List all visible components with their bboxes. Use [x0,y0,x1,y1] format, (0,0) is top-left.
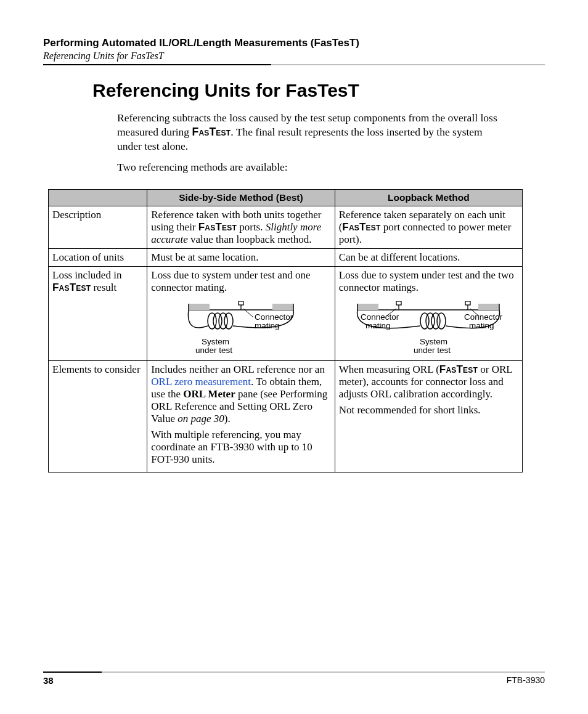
doc-id: FTB-3930 [507,675,545,686]
svg-text:Connector: Connector [464,312,503,322]
orl-zero-link[interactable]: ORL zero measurement [151,376,251,387]
diagram-side-by-side: Connector mating System under test [151,298,330,358]
row-label-loss: Loss included in FasTest result [49,267,147,361]
cell-loc-b: Can be at different locations. [335,249,522,267]
methods-table: Side-by-Side Method (Best) Loopback Meth… [48,189,523,473]
svg-point-27 [437,313,446,329]
page-footer: 38 FTB-3930 [43,671,545,686]
diagram-label: Connector [255,312,293,322]
svg-point-7 [208,313,216,329]
svg-rect-3 [272,304,293,310]
cell-elem-b: When measuring ORL (FasTest or ORL meter… [335,361,522,473]
cell-loss-a: Loss due to system under test and one co… [147,267,335,361]
col-header-side-by-side: Side-by-Side Method (Best) [147,190,335,206]
svg-point-8 [213,313,222,329]
cell-loss-b: Loss due to system under test and the tw… [335,267,522,361]
cell-loc-a: Must be at same location. [147,249,335,267]
fastest-term: FasTest [52,282,91,293]
svg-point-25 [426,313,435,329]
fastest-term: FasTest [439,363,478,375]
svg-text:System: System [420,337,447,346]
svg-rect-16 [357,304,378,310]
table-row: Location of units Must be at same locati… [49,249,523,267]
page: Performing Automated IL/ORL/Length Measu… [0,0,588,714]
page-number: 38 [43,675,54,686]
svg-point-26 [431,313,440,329]
svg-text:mating: mating [365,321,391,330]
svg-rect-1 [189,304,210,310]
row-label-location: Location of units [49,249,147,267]
chapter-heading: Performing Automated IL/ORL/Length Measu… [43,37,545,49]
intro-paragraph-1: Referencing subtracts the loss caused by… [117,111,508,153]
fastest-term: FasTest [192,126,231,138]
fastest-term: FasTest [198,221,237,233]
cell-elem-a: Includes neither an ORL reference nor an… [147,361,335,473]
chapter-subheading: Referencing Units for FasTesT [43,51,545,62]
svg-rect-18 [478,304,499,310]
svg-text:mating: mating [255,321,280,330]
table-row: Elements to consider Includes neither an… [49,361,523,473]
svg-text:mating: mating [469,321,494,330]
intro-paragraph-2: Two referencing methods are available: [117,160,508,174]
table-row: Description Reference taken with both un… [49,206,523,249]
svg-point-10 [224,313,233,329]
svg-text:under test: under test [195,346,232,355]
svg-point-9 [219,313,227,329]
row-label-elements: Elements to consider [49,361,147,473]
fastest-term: FasTest [342,221,380,233]
cell-desc-b: Reference taken separately on each unit … [335,206,522,249]
row-label-description: Description [49,206,147,249]
svg-text:System: System [202,337,229,346]
table-corner [49,190,147,206]
svg-rect-22 [465,301,470,305]
diagram-loopback: Connector mating Connector mating System… [339,298,518,358]
svg-rect-20 [396,301,401,305]
svg-point-24 [420,313,429,329]
table-row: Loss included in FasTest result Loss due… [49,267,523,361]
col-header-loopback: Loopback Method [335,190,522,206]
svg-text:under test: under test [414,346,451,355]
cell-desc-a: Reference taken with both units together… [147,206,335,249]
table-header-row: Side-by-Side Method (Best) Loopback Meth… [49,190,523,206]
svg-text:Connector: Connector [361,312,399,322]
svg-rect-5 [239,301,243,305]
section-title: Referencing Units for FasTesT [92,80,545,101]
header-rule [43,64,545,65]
